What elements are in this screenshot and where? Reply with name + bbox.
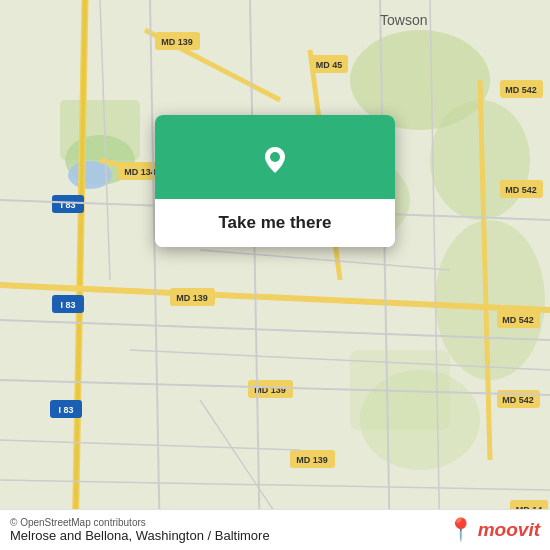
svg-text:Towson: Towson [380, 12, 427, 28]
moovit-logo: 📍 moovit [447, 519, 540, 541]
svg-text:MD 542: MD 542 [505, 85, 537, 95]
svg-text:MD 542: MD 542 [502, 315, 534, 325]
osm-credit: © OpenStreetMap contributors [10, 517, 270, 528]
svg-text:MD 542: MD 542 [505, 185, 537, 195]
map-container: I 83 I 83 I 83 MD 139 MD 139 MD 139 MD 1… [0, 0, 550, 550]
svg-text:MD 139: MD 139 [176, 293, 208, 303]
svg-text:MD 134: MD 134 [124, 167, 156, 177]
map-background: I 83 I 83 I 83 MD 139 MD 139 MD 139 MD 1… [0, 0, 550, 550]
svg-text:I 83: I 83 [58, 405, 73, 415]
bottom-left: © OpenStreetMap contributors Melrose and… [10, 517, 270, 543]
svg-text:MD 139: MD 139 [161, 37, 193, 47]
bottom-bar: © OpenStreetMap contributors Melrose and… [0, 509, 550, 550]
take-me-there-button[interactable]: Take me there [155, 199, 395, 247]
svg-point-40 [270, 152, 280, 162]
svg-text:MD 45: MD 45 [316, 60, 343, 70]
popup-header [155, 115, 395, 199]
svg-text:MD 542: MD 542 [502, 395, 534, 405]
location-pin-icon [253, 137, 297, 181]
svg-text:MD 139: MD 139 [296, 455, 328, 465]
location-label: Melrose and Bellona, Washington / Baltim… [10, 528, 270, 543]
popup-card: Take me there [155, 115, 395, 247]
moovit-pin-icon: 📍 [447, 519, 474, 541]
svg-text:I 83: I 83 [60, 300, 75, 310]
moovit-brand-text: moovit [478, 519, 540, 541]
svg-point-7 [435, 220, 545, 380]
